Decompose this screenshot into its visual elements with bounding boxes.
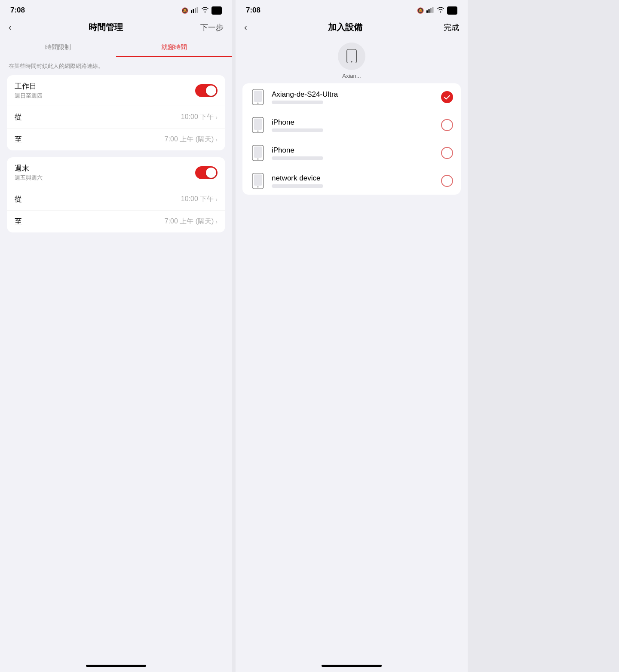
device-sub-iphone-2 bbox=[272, 156, 323, 160]
device-icon-iphone-1 bbox=[250, 117, 266, 133]
battery-left: 99 bbox=[211, 6, 222, 15]
weekday-toggle[interactable] bbox=[195, 84, 218, 97]
bell-icon-left: 🔕 bbox=[181, 7, 188, 14]
status-icons-right: 🔕 99 bbox=[417, 6, 457, 15]
device-check-network bbox=[441, 175, 453, 187]
svg-rect-7 bbox=[432, 7, 433, 13]
svg-point-10 bbox=[351, 61, 352, 62]
status-icons-left: 🔕 99 bbox=[181, 6, 222, 15]
svg-rect-3 bbox=[196, 7, 198, 13]
weekday-from-label: 從 bbox=[15, 112, 22, 122]
weekday-to-value: 7:00 上午 (隔天) › bbox=[165, 135, 218, 144]
phone-left: 7:08 🔕 bbox=[0, 0, 232, 672]
weekday-card: 工作日 週日至週四 從 10:00 下午 › 至 7:00 上午 (隔天) › bbox=[7, 75, 225, 150]
weekend-from-row[interactable]: 從 10:00 下午 › bbox=[7, 188, 225, 211]
home-indicator-right bbox=[322, 665, 382, 667]
page-title-left: 時間管理 bbox=[89, 21, 123, 33]
device-name-iphone-2: iPhone bbox=[272, 146, 435, 155]
svg-rect-4 bbox=[426, 10, 428, 13]
device-sub-axiang bbox=[272, 101, 323, 104]
weekend-to-value: 7:00 上午 (隔天) › bbox=[165, 217, 218, 226]
device-sub-iphone-1 bbox=[272, 128, 323, 132]
weekend-toggle[interactable] bbox=[195, 166, 218, 179]
selected-device-header: Axian... bbox=[236, 38, 468, 83]
battery-right: 99 bbox=[447, 6, 457, 15]
svg-point-19 bbox=[257, 159, 259, 160]
back-button-left[interactable]: ‹ bbox=[9, 22, 12, 32]
status-bar-right: 7:08 🔕 bbox=[236, 0, 468, 18]
signal-icon-left bbox=[191, 7, 199, 14]
page-title-right: 加入設備 bbox=[328, 21, 362, 33]
weekend-card: 週末 週五與週六 從 10:00 下午 › 至 7:00 上午 (隔天) › bbox=[7, 157, 225, 232]
weekend-subtitle: 週五與週六 bbox=[15, 174, 43, 182]
device-item-network[interactable]: network device bbox=[242, 167, 461, 195]
weekday-to-label: 至 bbox=[15, 134, 22, 144]
weekday-from-row[interactable]: 從 10:00 下午 › bbox=[7, 106, 225, 128]
device-icon-network bbox=[250, 173, 266, 189]
phone-right: 7:08 🔕 bbox=[236, 0, 468, 672]
weekday-header-row: 工作日 週日至週四 bbox=[7, 75, 225, 106]
done-button-right[interactable]: 完成 bbox=[444, 22, 459, 33]
tab-bedtime[interactable]: 就寢時間 bbox=[116, 38, 232, 57]
device-sub-network bbox=[272, 184, 323, 188]
device-info-network: network device bbox=[272, 174, 435, 188]
weekday-to-chevron: › bbox=[215, 136, 218, 143]
weekday-to-row[interactable]: 至 7:00 上午 (隔天) › bbox=[7, 128, 225, 150]
home-indicator-left bbox=[86, 665, 146, 667]
svg-rect-15 bbox=[254, 119, 262, 130]
svg-rect-0 bbox=[191, 10, 192, 13]
device-info-iphone-2: iPhone bbox=[272, 146, 435, 160]
weekday-from-value: 10:00 下午 › bbox=[181, 113, 218, 122]
status-time-right: 7:08 bbox=[246, 6, 260, 15]
tab-time-limit[interactable]: 時間限制 bbox=[0, 38, 116, 57]
bell-icon-right: 🔕 bbox=[417, 7, 424, 14]
device-name-network: network device bbox=[272, 174, 435, 183]
device-item-iphone-2[interactable]: iPhone bbox=[242, 139, 461, 167]
weekend-to-label: 至 bbox=[15, 217, 22, 226]
svg-rect-12 bbox=[254, 91, 262, 102]
device-name-axiang: Axiang-de-S24-Ultra bbox=[272, 90, 435, 99]
device-icon-axiang bbox=[250, 89, 266, 105]
weekend-from-chevron: › bbox=[215, 196, 218, 203]
svg-point-22 bbox=[257, 186, 259, 188]
svg-point-16 bbox=[257, 131, 259, 132]
weekend-from-label: 從 bbox=[15, 194, 22, 204]
status-bar-left: 7:08 🔕 bbox=[0, 0, 232, 18]
svg-rect-2 bbox=[195, 8, 196, 13]
weekday-from-chevron: › bbox=[215, 114, 218, 121]
description-text: 在某些時間封鎖此人的網際網路連線。 bbox=[0, 57, 232, 75]
svg-rect-21 bbox=[254, 174, 262, 186]
nav-bar-right: ‹ 加入設備 完成 bbox=[236, 18, 468, 38]
back-button-right[interactable]: ‹ bbox=[244, 22, 247, 32]
weekday-subtitle: 週日至週四 bbox=[15, 92, 43, 100]
device-item-iphone-1[interactable]: iPhone bbox=[242, 111, 461, 139]
svg-rect-18 bbox=[254, 147, 262, 158]
next-button-left[interactable]: 下一步 bbox=[200, 22, 224, 33]
svg-rect-1 bbox=[193, 9, 194, 13]
device-name-iphone-1: iPhone bbox=[272, 118, 435, 127]
device-item-axiang[interactable]: Axiang-de-S24-Ultra bbox=[242, 83, 461, 111]
svg-point-13 bbox=[257, 103, 259, 104]
weekend-header-row: 週末 週五與週六 bbox=[7, 157, 225, 188]
status-time-left: 7:08 bbox=[10, 6, 25, 15]
selected-device-name: Axian... bbox=[342, 73, 361, 79]
device-info-axiang: Axiang-de-S24-Ultra bbox=[272, 90, 435, 104]
device-check-axiang bbox=[441, 91, 453, 103]
weekend-to-chevron: › bbox=[215, 218, 218, 225]
wifi-icon-right bbox=[437, 7, 444, 14]
selected-device-icon bbox=[338, 43, 365, 70]
weekend-to-row[interactable]: 至 7:00 上午 (隔天) › bbox=[7, 211, 225, 232]
signal-icon-right bbox=[426, 7, 434, 14]
tabs-left: 時間限制 就寢時間 bbox=[0, 38, 232, 57]
wifi-icon-left bbox=[201, 7, 209, 14]
device-icon-iphone-2 bbox=[250, 145, 266, 161]
device-list: Axiang-de-S24-Ultra bbox=[242, 83, 461, 195]
svg-rect-6 bbox=[430, 8, 432, 13]
device-check-iphone-1 bbox=[441, 119, 453, 131]
svg-rect-9 bbox=[349, 51, 355, 60]
svg-rect-5 bbox=[428, 9, 429, 13]
weekend-title: 週末 bbox=[15, 163, 43, 173]
device-info-iphone-1: iPhone bbox=[272, 118, 435, 132]
device-check-iphone-2 bbox=[441, 147, 453, 159]
weekday-title: 工作日 bbox=[15, 81, 43, 91]
